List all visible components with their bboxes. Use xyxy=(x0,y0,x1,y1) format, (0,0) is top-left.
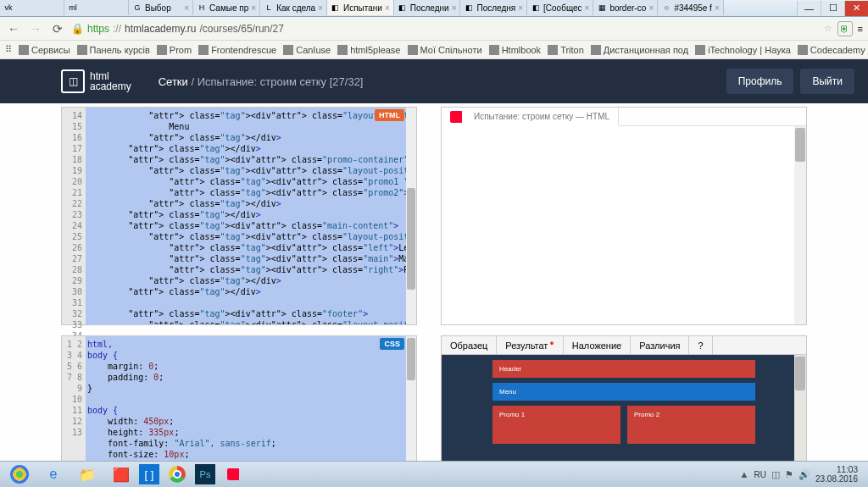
start-button[interactable] xyxy=(3,463,36,486)
close-tab-icon[interactable]: × xyxy=(318,3,323,13)
result-tab[interactable]: Различия xyxy=(631,336,689,354)
close-button[interactable]: ✕ xyxy=(844,1,868,16)
preview-pane: Испытание: строим сетку — HTML xyxy=(441,107,807,325)
result-pane: ОбразецРезультат●НаложениеРазличия? Head… xyxy=(441,335,807,462)
browser-tab[interactable]: ◧Испытани× xyxy=(327,0,394,15)
apps-icon[interactable]: ⠿ xyxy=(5,44,12,55)
bookmark-favicon xyxy=(198,45,209,55)
lock-icon: 🔒 xyxy=(71,23,84,35)
close-tab-icon[interactable]: × xyxy=(251,3,256,13)
bookmark-item[interactable]: CanIuse xyxy=(283,45,331,55)
profile-button[interactable]: Профиль xyxy=(726,69,794,94)
taskbar-ie-icon[interactable]: e xyxy=(37,463,70,486)
browser-tab[interactable]: ○#34495e f× xyxy=(658,0,723,15)
browser-tab[interactable]: HСамые пр× xyxy=(193,0,260,15)
bookmark-item[interactable]: Codecademy xyxy=(798,45,865,55)
taskbar-app-icon[interactable]: 🟥 xyxy=(105,463,137,486)
favicon: ○ xyxy=(661,3,671,13)
content-area: 14 15 16 17 18 19 20 21 22 23 24 25 26 2… xyxy=(0,103,868,462)
back-button[interactable]: ← xyxy=(5,20,22,37)
bookmark-favicon xyxy=(591,45,601,55)
bookmark-favicon xyxy=(337,45,348,55)
tray-up-icon[interactable]: ▲ xyxy=(740,469,749,479)
result-tab[interactable]: Наложение xyxy=(564,336,631,354)
minimize-button[interactable]: — xyxy=(797,1,821,16)
taskbar-chrome-icon[interactable] xyxy=(161,463,193,486)
yandex-icon xyxy=(450,111,462,123)
taskbar-brackets-icon[interactable]: [ ] xyxy=(139,464,159,484)
layout-promo1: Promo 1 xyxy=(492,406,620,444)
bookmark-favicon xyxy=(695,45,705,55)
bookmark-item[interactable]: Frontendrescue xyxy=(198,45,276,55)
bookmark-favicon xyxy=(283,45,293,55)
bookmark-item[interactable]: Triton xyxy=(548,45,584,55)
bookmark-item[interactable]: Prom xyxy=(157,45,192,55)
tray-volume-icon[interactable]: 🔊 xyxy=(798,469,810,480)
taskbar: e 📁 🟥 [ ] Ps ▲ RU ◫ ⚑ 🔊 11:03 23.08.2016 xyxy=(0,461,868,487)
favicon: ◧ xyxy=(331,3,341,13)
tray-lang[interactable]: RU xyxy=(754,470,765,479)
logo-icon: ◫ xyxy=(61,69,85,93)
logo[interactable]: ◫ htmlacademy xyxy=(61,69,131,93)
bookmark-item[interactable]: Дистанционная под xyxy=(591,45,688,55)
maximize-button[interactable]: ☐ xyxy=(821,1,844,16)
star-icon[interactable]: ☆ xyxy=(824,23,832,34)
favicon: ◧ xyxy=(464,3,474,13)
url-field[interactable]: 🔒 https://htmlacademy.ru/courses/65/run/… xyxy=(71,23,819,35)
browser-tab[interactable]: vk xyxy=(0,0,64,15)
scrollbar[interactable] xyxy=(406,108,416,324)
code-area[interactable]: "attr"> class="tag"><div"attr"> class="l… xyxy=(86,108,406,324)
menu-icon[interactable]: ≡ xyxy=(858,24,863,34)
bookmark-item[interactable]: iTechnology | Наука xyxy=(695,45,791,55)
browser-tab[interactable]: ◧Последня× xyxy=(460,0,527,15)
scrollbar[interactable] xyxy=(794,126,806,324)
browser-tab[interactable]: GВыбор× xyxy=(129,0,193,15)
tray-flag-icon[interactable]: ⚑ xyxy=(785,469,793,480)
result-tab[interactable]: Образец xyxy=(442,336,497,354)
reload-button[interactable]: ⟳ xyxy=(49,20,66,37)
close-tab-icon[interactable]: × xyxy=(452,3,457,13)
close-tab-icon[interactable]: × xyxy=(585,3,590,13)
bookmark-item[interactable]: Сервисы xyxy=(19,45,70,55)
logout-button[interactable]: Выйти xyxy=(800,69,854,94)
browser-tab[interactable]: LКак сдела× xyxy=(260,0,327,15)
bookmark-item[interactable]: Панель курсів xyxy=(77,45,150,55)
forward-button[interactable]: → xyxy=(27,20,44,37)
favicon: vk xyxy=(3,3,14,13)
scrollbar[interactable] xyxy=(794,355,806,462)
bookmark-favicon xyxy=(19,45,29,55)
url-scheme: https xyxy=(87,23,109,35)
adblock-icon[interactable]: ⛨ xyxy=(837,21,853,36)
preview-body[interactable] xyxy=(442,126,806,324)
favicon: ◧ xyxy=(398,3,408,13)
taskbar-photoshop-icon[interactable]: Ps xyxy=(195,464,215,484)
browser-tab[interactable]: ◧[Сообщес× xyxy=(527,0,593,15)
close-tab-icon[interactable]: × xyxy=(649,3,654,13)
browser-tab[interactable]: ◧Последни× xyxy=(394,0,461,15)
browser-tab[interactable]: ▦border-co× xyxy=(593,0,658,15)
taskbar-explorer-icon[interactable]: 📁 xyxy=(71,463,103,486)
html-editor[interactable]: 14 15 16 17 18 19 20 21 22 23 24 25 26 2… xyxy=(61,107,417,325)
bookmark-item[interactable]: Htmlbook xyxy=(489,45,541,55)
result-tab[interactable]: Результат● xyxy=(497,336,563,354)
bookmark-favicon xyxy=(489,45,499,55)
result-tab[interactable]: ? xyxy=(689,336,712,354)
bookmark-favicon xyxy=(798,45,808,55)
tray-clock[interactable]: 11:03 23.08.2016 xyxy=(815,465,858,484)
close-tab-icon[interactable]: × xyxy=(518,3,523,13)
css-badge: CSS xyxy=(380,338,404,350)
tray-network-icon[interactable]: ◫ xyxy=(771,469,780,480)
taskbar-yandex-icon[interactable] xyxy=(217,463,249,486)
result-tabs: ОбразецРезультат●НаложениеРазличия? xyxy=(442,336,806,355)
close-tab-icon[interactable]: × xyxy=(385,3,390,13)
bookmark-item[interactable]: html5please xyxy=(337,45,400,55)
result-body[interactable]: Header Menu Promo 1 Promo 2 xyxy=(442,355,806,462)
address-bar: ← → ⟳ 🔒 https://htmlacademy.ru/courses/6… xyxy=(0,17,868,41)
close-tab-icon[interactable]: × xyxy=(715,3,720,13)
preview-tab[interactable]: Испытание: строим сетку — HTML xyxy=(442,108,619,126)
browser-tab[interactable]: ml xyxy=(64,0,129,15)
favicon: G xyxy=(132,3,142,13)
app-header: ◫ htmlacademy Сетки / Испытание: строим … xyxy=(0,59,868,103)
bookmark-item[interactable]: Мої Спільноти xyxy=(408,45,482,55)
close-tab-icon[interactable]: × xyxy=(184,3,189,13)
